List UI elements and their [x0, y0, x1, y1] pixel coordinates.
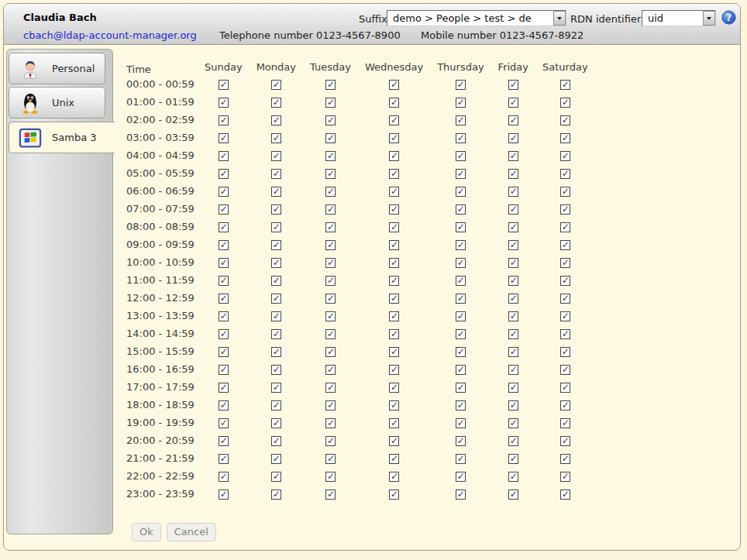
- hour-checkbox[interactable]: [271, 400, 281, 411]
- hour-checkbox[interactable]: [560, 133, 570, 143]
- hour-checkbox[interactable]: [560, 311, 570, 321]
- hour-checkbox[interactable]: [560, 240, 570, 250]
- hour-checkbox[interactable]: [456, 151, 466, 161]
- hour-checkbox[interactable]: [508, 454, 518, 464]
- hour-checkbox[interactable]: [508, 133, 518, 143]
- hour-checkbox[interactable]: [508, 311, 518, 321]
- hour-checkbox[interactable]: [325, 133, 336, 143]
- hour-checkbox[interactable]: [389, 383, 399, 393]
- hour-checkbox[interactable]: [219, 115, 229, 125]
- hour-checkbox[interactable]: [560, 490, 570, 500]
- hour-checkbox[interactable]: [508, 80, 518, 90]
- hour-checkbox[interactable]: [508, 490, 518, 500]
- hour-checkbox[interactable]: [560, 276, 570, 286]
- hour-checkbox[interactable]: [508, 169, 518, 179]
- hour-checkbox[interactable]: [560, 222, 570, 232]
- hour-checkbox[interactable]: [325, 329, 336, 339]
- hour-checkbox[interactable]: [389, 365, 399, 375]
- hour-checkbox[interactable]: [560, 169, 570, 179]
- hour-checkbox[interactable]: [389, 204, 399, 215]
- hour-checkbox[interactable]: [508, 472, 518, 482]
- hour-checkbox[interactable]: [325, 294, 336, 304]
- hour-checkbox[interactable]: [456, 276, 466, 286]
- hour-checkbox[interactable]: [389, 115, 399, 125]
- help-icon[interactable]: ?: [721, 10, 736, 25]
- hour-checkbox[interactable]: [271, 98, 281, 108]
- hour-checkbox[interactable]: [219, 276, 229, 286]
- hour-checkbox[interactable]: [456, 329, 466, 339]
- hour-checkbox[interactable]: [219, 80, 229, 90]
- hour-checkbox[interactable]: [325, 347, 336, 357]
- hour-checkbox[interactable]: [560, 365, 570, 375]
- hour-checkbox[interactable]: [560, 294, 570, 304]
- hour-checkbox[interactable]: [508, 347, 518, 357]
- hour-checkbox[interactable]: [219, 365, 229, 375]
- hour-checkbox[interactable]: [219, 222, 229, 232]
- hour-checkbox[interactable]: [325, 258, 336, 268]
- hour-checkbox[interactable]: [508, 365, 518, 375]
- hour-checkbox[interactable]: [456, 436, 466, 446]
- hour-checkbox[interactable]: [219, 311, 229, 321]
- hour-checkbox[interactable]: [389, 151, 399, 161]
- hour-checkbox[interactable]: [271, 490, 281, 500]
- chevron-down-icon[interactable]: [553, 11, 566, 26]
- suffix-select[interactable]: demo > People > test > de: [387, 10, 566, 26]
- hour-checkbox[interactable]: [219, 383, 229, 393]
- hour-checkbox[interactable]: [560, 80, 570, 90]
- hour-checkbox[interactable]: [389, 400, 399, 411]
- hour-checkbox[interactable]: [271, 436, 281, 446]
- hour-checkbox[interactable]: [456, 204, 466, 215]
- hour-checkbox[interactable]: [325, 418, 336, 428]
- hour-checkbox[interactable]: [560, 329, 570, 339]
- hour-checkbox[interactable]: [271, 115, 281, 125]
- hour-checkbox[interactable]: [560, 115, 570, 125]
- hour-checkbox[interactable]: [325, 151, 336, 161]
- hour-checkbox[interactable]: [456, 187, 466, 197]
- rdn-identifier-select[interactable]: uid: [642, 10, 716, 26]
- hour-checkbox[interactable]: [325, 80, 336, 90]
- hour-checkbox[interactable]: [508, 400, 518, 411]
- hour-checkbox[interactable]: [219, 187, 229, 197]
- hour-checkbox[interactable]: [325, 311, 336, 321]
- hour-checkbox[interactable]: [456, 98, 466, 108]
- hour-checkbox[interactable]: [389, 187, 399, 197]
- hour-checkbox[interactable]: [389, 240, 399, 250]
- hour-checkbox[interactable]: [560, 347, 570, 357]
- hour-checkbox[interactable]: [271, 311, 281, 321]
- hour-checkbox[interactable]: [271, 383, 281, 393]
- hour-checkbox[interactable]: [389, 80, 399, 90]
- hour-checkbox[interactable]: [325, 115, 336, 125]
- hour-checkbox[interactable]: [560, 472, 570, 482]
- hour-checkbox[interactable]: [456, 400, 466, 411]
- hour-checkbox[interactable]: [560, 383, 570, 393]
- hour-checkbox[interactable]: [560, 400, 570, 411]
- hour-checkbox[interactable]: [389, 311, 399, 321]
- hour-checkbox[interactable]: [456, 294, 466, 304]
- hour-checkbox[interactable]: [389, 472, 399, 482]
- hour-checkbox[interactable]: [389, 490, 399, 500]
- hour-checkbox[interactable]: [508, 329, 518, 339]
- hour-checkbox[interactable]: [456, 169, 466, 179]
- hour-checkbox[interactable]: [219, 490, 229, 500]
- hour-checkbox[interactable]: [456, 347, 466, 357]
- hour-checkbox[interactable]: [560, 204, 570, 215]
- tab-personal[interactable]: Personal: [9, 53, 105, 84]
- hour-checkbox[interactable]: [271, 204, 281, 215]
- hour-checkbox[interactable]: [219, 294, 229, 304]
- hour-checkbox[interactable]: [325, 472, 336, 482]
- hour-checkbox[interactable]: [219, 347, 229, 357]
- hour-checkbox[interactable]: [219, 472, 229, 482]
- hour-checkbox[interactable]: [456, 472, 466, 482]
- chevron-down-icon[interactable]: [703, 11, 715, 26]
- hour-checkbox[interactable]: [456, 258, 466, 268]
- hour-checkbox[interactable]: [389, 329, 399, 339]
- hour-checkbox[interactable]: [508, 115, 518, 125]
- hour-checkbox[interactable]: [508, 240, 518, 250]
- hour-checkbox[interactable]: [219, 418, 229, 428]
- hour-checkbox[interactable]: [389, 169, 399, 179]
- hour-checkbox[interactable]: [325, 400, 336, 411]
- hour-checkbox[interactable]: [560, 418, 570, 428]
- hour-checkbox[interactable]: [271, 258, 281, 268]
- hour-checkbox[interactable]: [389, 98, 399, 108]
- hour-checkbox[interactable]: [271, 418, 281, 428]
